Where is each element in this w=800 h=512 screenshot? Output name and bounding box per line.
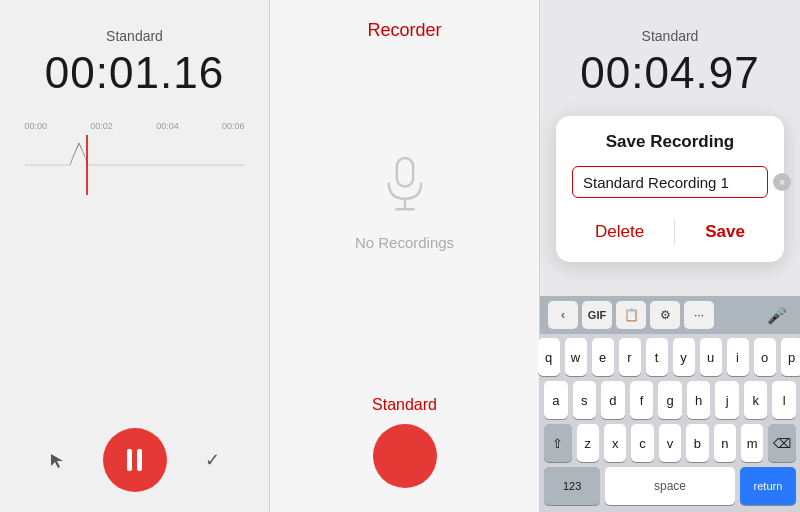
mic-icon: 🎤 (767, 306, 787, 325)
svg-line-3 (76, 143, 79, 150)
svg-line-5 (82, 150, 85, 157)
key-e[interactable]: e (592, 338, 614, 376)
key-a[interactable]: a (544, 381, 568, 419)
recorder-mode-label: Standard (372, 396, 437, 414)
more-button[interactable]: ··· (684, 301, 714, 329)
key-b[interactable]: b (686, 424, 708, 462)
keyboard-toolbar: ‹ GIF 📋 ⚙ ··· 🎤 (540, 296, 800, 334)
pause-button[interactable] (103, 428, 167, 492)
recording-header: Standard 00:01.16 (45, 28, 224, 98)
voice-input-button[interactable]: 🎤 (762, 301, 792, 329)
keyboard-row-4: 123 space return (544, 467, 796, 505)
clear-input-button[interactable]: × (773, 173, 791, 191)
gif-button[interactable]: GIF (582, 301, 612, 329)
waveform-labels: 00:00 00:02 00:04 00:06 (25, 121, 245, 131)
delete-button[interactable]: Delete (579, 218, 660, 246)
key-d[interactable]: d (601, 381, 625, 419)
key-n[interactable]: n (714, 424, 736, 462)
waveform-label-0: 00:00 (25, 121, 48, 131)
waveform-label-1: 00:02 (90, 121, 113, 131)
save-dialog-title: Save Recording (572, 132, 768, 152)
gif-label: GIF (588, 309, 606, 321)
recorder-bottom: Standard (372, 396, 437, 512)
gear-icon: ⚙ (660, 308, 671, 322)
key-i[interactable]: i (727, 338, 749, 376)
save-input-row[interactable]: × (572, 166, 768, 198)
record-button[interactable] (373, 424, 437, 488)
key-y[interactable]: y (673, 338, 695, 376)
space-key[interactable]: space (605, 467, 735, 505)
waveform-timeline: 00:00 00:02 00:04 00:06 (25, 121, 245, 195)
waveform-label-3: 00:06 (222, 121, 245, 131)
key-c[interactable]: c (631, 424, 653, 462)
waveform-container: 00:00 00:02 00:04 00:06 (25, 118, 245, 198)
pause-icon (127, 449, 142, 471)
ellipsis-icon: ··· (694, 308, 704, 322)
shift-key[interactable]: ⇧ (544, 424, 572, 462)
key-s[interactable]: s (573, 381, 597, 419)
empty-state: No Recordings (355, 1, 454, 396)
key-x[interactable]: x (604, 424, 626, 462)
key-h[interactable]: h (687, 381, 711, 419)
action-divider (674, 218, 675, 246)
save-panel-header: Standard 00:04.97 (540, 0, 800, 106)
svg-line-2 (73, 150, 76, 157)
save-button[interactable]: Save (689, 218, 761, 246)
svg-rect-9 (396, 158, 412, 186)
key-w[interactable]: w (565, 338, 587, 376)
waveform-svg (25, 135, 245, 195)
save-actions: Delete Save (572, 214, 768, 246)
return-key[interactable]: return (740, 467, 796, 505)
svg-line-1 (70, 157, 73, 165)
no-recordings-label: No Recordings (355, 234, 454, 251)
svg-line-4 (79, 143, 82, 150)
key-j[interactable]: j (715, 381, 739, 419)
microphone-icon (375, 146, 435, 226)
backspace-key[interactable]: ⌫ (768, 424, 796, 462)
keyboard-rows: q w e r t y u i o p a s d f g h j k (540, 334, 800, 512)
key-v[interactable]: v (659, 424, 681, 462)
save-panel-mode: Standard (556, 28, 784, 44)
waveform-label-2: 00:04 (156, 121, 179, 131)
panel-recorder-list: Recorder No Recordings Standard (270, 0, 540, 512)
save-recording-dialog: Save Recording × Delete Save (556, 116, 784, 262)
key-q[interactable]: q (538, 338, 560, 376)
key-l[interactable]: l (772, 381, 796, 419)
save-panel-timer: 00:04.97 (556, 48, 784, 98)
chevron-left-icon: ‹ (561, 308, 565, 322)
cursor-icon (43, 446, 71, 474)
waveform-bars (25, 135, 245, 195)
numbers-key[interactable]: 123 (544, 467, 600, 505)
key-r[interactable]: r (619, 338, 641, 376)
recording-controls: ✓ (0, 428, 269, 492)
key-u[interactable]: u (700, 338, 722, 376)
clipboard-button[interactable]: 📋 (616, 301, 646, 329)
confirm-button[interactable]: ✓ (199, 446, 227, 474)
recording-name-input[interactable] (583, 174, 773, 191)
panel-recording-active: Standard 00:01.16 00:00 00:02 00:04 00:0… (0, 0, 270, 512)
keyboard-row-1: q w e r t y u i o p (544, 338, 796, 376)
key-p[interactable]: p (781, 338, 801, 376)
panel-save-dialog: Standard 00:04.97 Save Recording × Delet… (540, 0, 800, 512)
key-z[interactable]: z (577, 424, 599, 462)
key-f[interactable]: f (630, 381, 654, 419)
key-g[interactable]: g (658, 381, 682, 419)
keyboard: ‹ GIF 📋 ⚙ ··· 🎤 q w e (540, 296, 800, 512)
keyboard-row-2: a s d f g h j k l (544, 381, 796, 419)
keyboard-collapse-button[interactable]: ‹ (548, 301, 578, 329)
pause-bar-left (127, 449, 132, 471)
key-o[interactable]: o (754, 338, 776, 376)
pause-bar-right (137, 449, 142, 471)
recording-timer: 00:01.16 (45, 48, 224, 98)
clipboard-icon: 📋 (624, 308, 639, 322)
keyboard-row-3: ⇧ z x c v b n m ⌫ (544, 424, 796, 462)
settings-button[interactable]: ⚙ (650, 301, 680, 329)
key-t[interactable]: t (646, 338, 668, 376)
key-m[interactable]: m (741, 424, 763, 462)
key-k[interactable]: k (744, 381, 768, 419)
recording-mode-label: Standard (45, 28, 224, 44)
